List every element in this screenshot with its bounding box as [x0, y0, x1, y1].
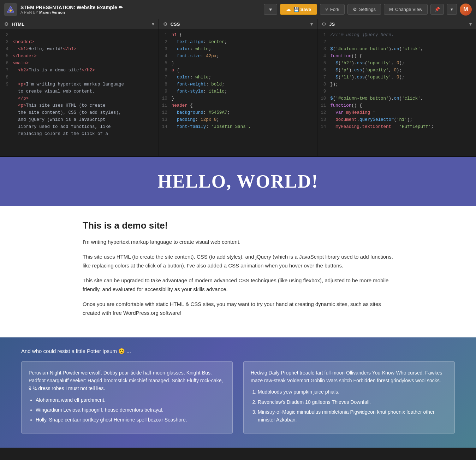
preview-paragraph-2: This site uses HTML (to create the site … — [83, 252, 393, 270]
html-lang-label: HTML — [12, 22, 149, 27]
logo-area: ⚡ STEM PRESENTATION: Website Example ✏ A… — [4, 3, 123, 16]
save-button[interactable]: ☁ 💾 Save — [280, 4, 317, 15]
potter-col1-text: Peruvian-Night-Powder werewolf, Dobby pe… — [29, 369, 225, 393]
code-line: 1h1 { — [159, 31, 317, 39]
js-editor-header: ⚙ JS ▾ — [317, 19, 476, 29]
gear-icon: ⚙ — [353, 7, 357, 12]
code-line: 5 $('h2').css('opacity', 0); — [317, 60, 476, 67]
potter-col2-text: Hedwig Daily Prophet treacle tart full-m… — [251, 369, 447, 385]
potter-card-left: Peruvian-Night-Powder werewolf, Dobby pe… — [21, 361, 233, 434]
js-dropdown-icon[interactable]: ▾ — [469, 21, 472, 27]
code-line: </p> — [0, 95, 159, 102]
html-editor: ⚙ HTML ▾ 2 3<header> 4 <h1>Hello, world!… — [0, 19, 159, 156]
code-line: 9 font-style: italic; — [159, 88, 317, 95]
list-item: Holly, Snape centaur portkey ghost Hermi… — [36, 416, 225, 424]
view-icon: ⊞ — [389, 7, 393, 12]
code-line: 8 font-weight: bold; — [159, 81, 317, 88]
code-line: 2 — [317, 39, 476, 46]
js-lang-label: JS — [329, 22, 466, 27]
top-actions: ♥ ☁ 💾 Save ⑂ Fork ⚙ Settings ⊞ Change Vi… — [264, 4, 472, 16]
code-line: 7 <h2>This is a demo site!</h2> — [0, 67, 159, 74]
code-line: 3<header> — [0, 39, 159, 46]
title-area: STEM PRESENTATION: Website Example ✏ A P… — [20, 5, 123, 14]
code-line: replacing colors at the click of a — [0, 130, 159, 137]
code-line: and jQuery (which is a JavaScript — [0, 116, 159, 123]
code-line: 1//I'm using jQuery here. — [317, 31, 476, 39]
code-line: library used to add functions, like — [0, 123, 159, 130]
code-line: 10} — [159, 95, 317, 102]
code-line: 10$('#column-two button').on('click', — [317, 95, 476, 102]
code-line: 4function() { — [317, 53, 476, 60]
code-line: 11header { — [159, 102, 317, 109]
code-line: 7 $('li').css('opacity', 0); — [317, 74, 476, 81]
list-item: Ministry-of-Magic mimubulus mimbletonia … — [258, 408, 447, 424]
code-line: to create visual web content. — [0, 88, 159, 95]
code-line: 6<main> — [0, 60, 159, 67]
pin-button[interactable]: 📌 — [430, 4, 444, 15]
project-author: A PEN BY Maren Vernon — [20, 10, 123, 14]
css-code-area[interactable]: 1h1 { 2 text-align: center; 3 color: whi… — [159, 29, 317, 156]
js-settings-icon: ⚙ — [322, 21, 326, 27]
code-line: 13 document.querySelector('h1'); — [317, 116, 476, 123]
svg-text:⚡: ⚡ — [8, 8, 13, 13]
preview-paragraph-1: I'm writing hypertext markup language to… — [83, 237, 393, 247]
potter-col1-list: Alohamora wand elf parchment. Wingardium… — [36, 396, 225, 424]
code-line: 13 padding: 12px 0; — [159, 116, 317, 123]
preview-paragraph-3: This site can be upgraded to take advant… — [83, 276, 393, 294]
code-line: 4 <h1>Hello, world!</h1> — [0, 46, 159, 53]
css-editor: ⚙ CSS ▾ 1h1 { 2 text-align: center; 3 co… — [159, 19, 318, 156]
code-line: 12 background: #5459A7; — [159, 109, 317, 116]
potter-label: And who could resist a little Potter Ips… — [21, 348, 455, 354]
code-line: 6a { — [159, 67, 317, 74]
settings-button[interactable]: ⚙ Settings — [347, 4, 381, 15]
potter-section: And who could resist a little Potter Ips… — [0, 337, 476, 448]
code-line: 2 text-align: center; — [159, 39, 317, 46]
code-line: 12 var myHeading = — [317, 109, 476, 116]
code-line: <p>This site uses HTML (to create — [0, 102, 159, 109]
code-line: 11function() { — [317, 102, 476, 109]
html-dropdown-icon[interactable]: ▾ — [152, 21, 154, 27]
preview-wrapper: HELLO, WORLD! This is a demo site! I'm w… — [0, 157, 476, 448]
code-line: the site content), CSS (to add styles), — [0, 109, 159, 116]
preview-paragraph-4: Once you are comfortable with static HTM… — [83, 300, 393, 318]
code-line: 9 <p>I'm writing hypertext markup langua… — [0, 81, 159, 88]
code-line: 8}); — [317, 81, 476, 88]
html-code-area[interactable]: 2 3<header> 4 <h1>Hello, world!</h1> 5</… — [0, 29, 159, 156]
html-settings-icon: ⚙ — [4, 21, 9, 27]
code-line: 7 color: white; — [159, 74, 317, 81]
avatar[interactable]: M — [460, 4, 472, 16]
code-line: 4 font-size: 42px; — [159, 53, 317, 60]
preview-header: HELLO, WORLD! — [0, 157, 476, 206]
css-lang-label: CSS — [171, 22, 308, 27]
editors-row: ⚙ HTML ▾ 2 3<header> 4 <h1>Hello, world!… — [0, 19, 476, 157]
js-code-area[interactable]: 1//I'm using jQuery here. 2 3$('#column-… — [317, 29, 476, 156]
css-dropdown-icon[interactable]: ▾ — [310, 21, 313, 27]
preview-subheading: This is a demo site! — [83, 220, 393, 231]
code-line: 5} — [159, 60, 317, 67]
code-line: 9 — [317, 88, 476, 95]
code-line: 14 font-family: 'Josefin Sans', — [159, 123, 317, 130]
heart-button[interactable]: ♥ — [264, 4, 277, 15]
potter-card-right: Hedwig Daily Prophet treacle tart full-m… — [243, 361, 455, 434]
css-settings-icon: ⚙ — [163, 21, 168, 27]
logo-icon: ⚡ — [4, 3, 17, 16]
code-line: 5</header> — [0, 53, 159, 60]
potter-col2-list: Mudbloods yew pumpkin juice phials. Rave… — [258, 388, 447, 424]
preview-content: This is a demo site! I'm writing hyperte… — [61, 206, 415, 337]
code-line: 14 myHeading.textContent = 'Hufflepuff'; — [317, 123, 476, 130]
fork-button[interactable]: ⑂ Fork — [320, 4, 345, 15]
top-bar: ⚡ STEM PRESENTATION: Website Example ✏ A… — [0, 0, 476, 19]
preview-heading: HELLO, WORLD! — [7, 171, 469, 192]
code-line: 2 — [0, 31, 159, 39]
code-line: 3 color: white; — [159, 46, 317, 53]
change-view-button[interactable]: ⊞ Change View — [384, 4, 428, 15]
potter-columns: Peruvian-Night-Powder werewolf, Dobby pe… — [21, 361, 455, 434]
html-editor-header: ⚙ HTML ▾ — [0, 19, 159, 29]
list-item: Mudbloods yew pumpkin juice phials. — [258, 388, 447, 396]
list-item: Ravenclaw's Diadem 10 galleons Thieves D… — [258, 398, 447, 406]
css-editor-header: ⚙ CSS ▾ — [159, 19, 317, 29]
list-item: Wingardium Leviosa hippogriff, house dem… — [36, 406, 225, 414]
code-line: 8 — [0, 74, 159, 81]
fork-icon: ⑂ — [325, 7, 328, 12]
more-button[interactable]: ▾ — [447, 4, 457, 15]
